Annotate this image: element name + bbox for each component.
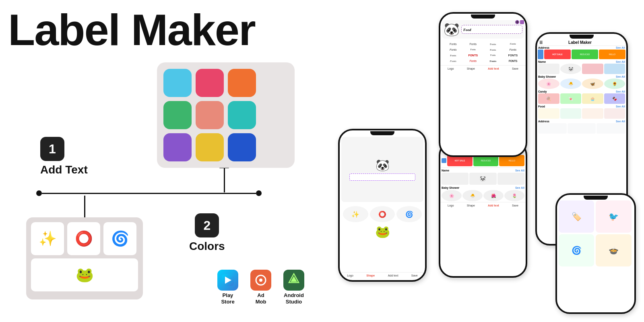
font-10[interactable]: FONTS: [464, 53, 483, 58]
chip-reduced-2[interactable]: REDUCED: [572, 50, 598, 59]
candy-4-1[interactable]: 🍭: [538, 93, 559, 104]
btm2-save[interactable]: Save: [512, 204, 518, 207]
edit-icon-4[interactable]: [538, 50, 543, 59]
color-cell-3[interactable]: [228, 69, 256, 97]
phone-notch-1: [370, 131, 394, 135]
shape-option-3[interactable]: 🌀: [396, 206, 422, 222]
name-chip-4-4[interactable]: [604, 64, 625, 74]
label-input-line[interactable]: [349, 173, 415, 181]
sticker-5-4[interactable]: 🍲: [596, 234, 631, 266]
btm2-addtext[interactable]: Add text: [488, 204, 499, 207]
name-chip-4-2[interactable]: 🐼: [560, 64, 582, 74]
font-13[interactable]: Fonts: [444, 59, 463, 64]
btm3-shape[interactable]: Shape: [467, 67, 475, 70]
font-1[interactable]: Fonts: [444, 42, 463, 47]
edit-icon[interactable]: [442, 158, 446, 163]
btm3-save[interactable]: Save: [512, 67, 518, 70]
name-chip-3[interactable]: [497, 173, 524, 185]
bottom-logo[interactable]: Logo: [347, 274, 353, 277]
bs-4-1[interactable]: 🌸: [538, 78, 559, 89]
color-cell-2[interactable]: [196, 69, 224, 97]
chip-hot[interactable]: HOT SALE: [544, 50, 571, 59]
addr-4b-1[interactable]: [538, 123, 567, 134]
btm3-logo[interactable]: Logo: [448, 67, 454, 70]
btm3-addtext[interactable]: Add text: [488, 67, 499, 70]
color-cell-11[interactable]: [228, 133, 256, 161]
food-4-1[interactable]: [538, 108, 559, 119]
btm2-logo[interactable]: Logo: [448, 204, 454, 207]
bs-see-all-4[interactable]: See All: [616, 75, 625, 78]
addr-4b-3[interactable]: [597, 123, 625, 134]
color-cell-10[interactable]: [196, 133, 224, 161]
font-4[interactable]: Fonts: [504, 42, 523, 47]
bottom-addtext[interactable]: Add text: [388, 274, 398, 277]
android-studio-badge[interactable]: AndroidStudio: [283, 270, 304, 305]
bs-4-4[interactable]: 🌻: [604, 78, 625, 89]
candy-4-3[interactable]: 🧁: [582, 93, 603, 104]
color-cell-9[interactable]: [163, 133, 192, 161]
color-cell-1[interactable]: [163, 69, 192, 97]
frog-sticker[interactable]: 🐸: [375, 225, 390, 239]
food-label-input[interactable]: Food: [461, 25, 522, 34]
candy-see-all-4[interactable]: See All: [616, 90, 625, 93]
shape-option-2[interactable]: ⭕: [370, 206, 395, 222]
btm2-shape[interactable]: Shape: [467, 204, 475, 207]
play-store-badge[interactable]: PlayStore: [217, 270, 238, 305]
sticker-5-2[interactable]: 🐦: [596, 200, 631, 233]
chip-hello-2[interactable]: HELLO: [599, 50, 625, 59]
addr-4b-2[interactable]: [568, 123, 596, 134]
name-chip-4-3[interactable]: [582, 64, 603, 74]
sticker-5-1[interactable]: 🏷️: [559, 200, 594, 233]
food-4-4[interactable]: [604, 108, 625, 119]
font-2[interactable]: Fonts: [464, 42, 483, 47]
name-chip-2[interactable]: 🐼: [469, 173, 496, 185]
font-14[interactable]: Fonts: [464, 59, 483, 64]
food-see-all-4[interactable]: See All: [616, 105, 625, 108]
bottom-shape[interactable]: Shape: [366, 274, 375, 277]
sticker-5-3[interactable]: 🌀: [559, 234, 594, 266]
font-3[interactable]: Fonts: [483, 42, 503, 47]
color-cell-7[interactable]: [228, 101, 256, 129]
name-chip-4-1[interactable]: [538, 64, 559, 74]
name-see-all-4[interactable]: See All: [616, 60, 625, 63]
candy-4-2[interactable]: 🍬: [560, 93, 582, 104]
bs-chip-1[interactable]: 🌸: [442, 190, 462, 201]
font-15[interactable]: Fonts: [483, 59, 503, 64]
bs-chip-3[interactable]: 🌺: [483, 190, 504, 201]
admob-badge[interactable]: AdMob: [250, 270, 271, 305]
phone-3-content: 🐼 Food + Fonts Fonts Fonts Fonts Fonts F…: [440, 19, 526, 154]
bs-chip-4[interactable]: 🌷: [504, 190, 524, 201]
shape-option-1[interactable]: ✨: [343, 206, 368, 222]
resize-handle[interactable]: [520, 20, 524, 24]
font-8[interactable]: Fonts: [504, 47, 523, 52]
rotate-handle[interactable]: +: [515, 20, 519, 24]
address-see-all-4[interactable]: See All: [616, 46, 625, 49]
sticker-frog[interactable]: 🐸: [31, 258, 138, 291]
font-12[interactable]: FONTS: [504, 53, 523, 58]
sticker-spiral[interactable]: 🌀: [103, 222, 136, 255]
hamburger-icon[interactable]: ☰: [539, 41, 543, 45]
font-11[interactable]: Fonts: [483, 53, 503, 58]
sticker-circle[interactable]: ⭕: [67, 222, 100, 255]
color-cell-5[interactable]: [163, 101, 192, 129]
sticker-sunburst[interactable]: ✨: [31, 222, 64, 255]
font-5[interactable]: Fonts: [444, 47, 463, 52]
color-cell-6[interactable]: [196, 101, 224, 129]
font-6[interactable]: Fonts: [464, 47, 483, 52]
bs-4-3[interactable]: 🦋: [582, 78, 603, 89]
candy-4-4[interactable]: 🍫: [604, 93, 625, 104]
bs-chip-2[interactable]: 🐣: [462, 190, 483, 201]
font-7[interactable]: Fonts: [483, 47, 503, 52]
name-see-all[interactable]: See All: [515, 169, 524, 172]
food-4-2[interactable]: [560, 108, 582, 119]
address-see-all-4b[interactable]: See All: [616, 120, 625, 123]
bs-4-2[interactable]: 🐣: [560, 78, 582, 89]
bottom-save[interactable]: Save: [411, 274, 418, 277]
font-16[interactable]: FONTS: [504, 59, 523, 64]
babyshower-see-all[interactable]: See All: [515, 186, 524, 189]
font-9[interactable]: Fonts: [444, 53, 463, 58]
name-chip-1[interactable]: [442, 173, 469, 185]
svg-point-4: [259, 279, 262, 282]
candy-header-4: Candy See All: [537, 90, 626, 93]
food-4-3[interactable]: [582, 108, 603, 119]
